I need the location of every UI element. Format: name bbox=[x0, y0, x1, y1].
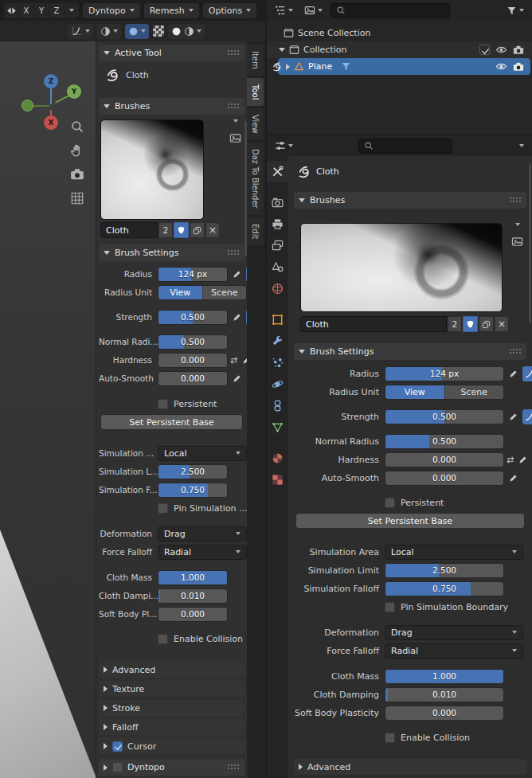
normal-radius-slider[interactable]: 0.500 bbox=[385, 434, 504, 449]
simulation-limit-slider[interactable]: 2.500 bbox=[385, 563, 504, 578]
outliner-filter-dropdown[interactable] bbox=[503, 3, 527, 18]
sidebar-tab-edit[interactable]: Edit bbox=[247, 217, 264, 245]
brushes-panel-header[interactable]: Brushes bbox=[294, 192, 526, 209]
camera-icon[interactable] bbox=[513, 45, 524, 56]
outliner-row-collection[interactable]: Collection bbox=[267, 41, 532, 58]
brush-settings-panel-header[interactable]: Brush Settings bbox=[99, 244, 244, 261]
panel-grip-handle[interactable] bbox=[228, 250, 240, 256]
simulation-falloff-slider[interactable]: 0.750 bbox=[385, 581, 504, 596]
strength-slider[interactable]: 0.500 bbox=[158, 310, 228, 325]
deformation-dropdown[interactable]: Drag bbox=[158, 526, 247, 541]
unlink-brush-button[interactable]: × bbox=[205, 222, 220, 238]
deformation-dropdown[interactable]: Drag bbox=[385, 625, 523, 640]
cloth-mass-slider[interactable]: 1.000 bbox=[158, 570, 228, 585]
dyntopo-checkbox[interactable] bbox=[112, 762, 123, 772]
persistent-checkbox[interactable] bbox=[158, 399, 168, 409]
fake-user-toggle[interactable] bbox=[174, 222, 189, 238]
properties-options-dropdown[interactable] bbox=[519, 144, 524, 147]
brush-select-dropdown[interactable] bbox=[233, 119, 238, 123]
active-tool-row[interactable]: Cloth bbox=[105, 65, 241, 85]
simulation-area-dropdown[interactable]: Local bbox=[385, 545, 523, 560]
pan-hand-icon[interactable] bbox=[70, 143, 84, 158]
pin-simulation-checkbox[interactable] bbox=[158, 503, 168, 514]
radius-slider[interactable]: 124 px bbox=[158, 267, 228, 282]
options-menu[interactable]: Options bbox=[203, 3, 256, 18]
collection-exclude-checkbox[interactable] bbox=[479, 45, 490, 55]
gizmo-z-axis[interactable]: Z bbox=[44, 74, 58, 88]
enable-collision-checkbox[interactable] bbox=[158, 634, 168, 644]
outliner-row-scene-collection[interactable]: Scene Collection bbox=[267, 25, 532, 41]
pressure-pen-toggle[interactable] bbox=[230, 310, 244, 325]
pressure-pen-toggle[interactable] bbox=[230, 267, 244, 282]
gizmo-y-axis[interactable]: Y bbox=[67, 84, 81, 99]
viewport-3d[interactable]: Z Y X bbox=[0, 41, 96, 778]
unlink-brush-button[interactable]: × bbox=[495, 316, 509, 332]
force-falloff-dropdown[interactable]: Radial bbox=[158, 545, 247, 560]
radius-unit-view-option[interactable]: View bbox=[158, 286, 202, 299]
symmetry-y-toggle[interactable]: Y bbox=[34, 3, 49, 18]
tab-modifier-properties[interactable] bbox=[267, 330, 288, 352]
properties-editor-type-dropdown[interactable] bbox=[272, 139, 296, 154]
outliner-editor-type-dropdown[interactable] bbox=[272, 3, 296, 18]
normal-radius-slider[interactable]: 0.500 bbox=[158, 334, 228, 350]
remesh-menu[interactable]: Remesh bbox=[144, 3, 199, 18]
properties-scrollbar[interactable] bbox=[529, 164, 531, 323]
duplicate-brush-button[interactable] bbox=[479, 316, 494, 332]
tab-particle-properties[interactable] bbox=[267, 352, 288, 373]
brush-preview-image[interactable] bbox=[100, 119, 204, 220]
advanced-subpanel-header[interactable]: Advanced bbox=[294, 759, 526, 775]
brush-texture-dropdown[interactable] bbox=[97, 24, 121, 39]
fake-user-toggle[interactable] bbox=[463, 316, 478, 332]
brush-image-icon[interactable] bbox=[229, 132, 241, 144]
set-persistent-base-button[interactable]: Set Persistent Base bbox=[295, 513, 525, 529]
pressure-pen-toggle[interactable] bbox=[507, 366, 520, 381]
sidebar-tab-tool[interactable]: Tool bbox=[247, 78, 264, 106]
cloth-damping-slider[interactable]: 0.010 bbox=[385, 687, 504, 702]
brush-preview-image[interactable] bbox=[300, 223, 503, 312]
simulation-falloff-slider[interactable]: 0.750 bbox=[158, 483, 228, 498]
persistent-checkbox[interactable] bbox=[385, 498, 395, 508]
soft-body-slider[interactable]: 0.000 bbox=[385, 706, 504, 721]
mask-texture-icon[interactable] bbox=[153, 25, 164, 37]
camera-view-icon[interactable] bbox=[70, 167, 84, 182]
stroke-sphere-dropdown[interactable] bbox=[125, 24, 149, 39]
brush-name-field[interactable]: Cloth bbox=[100, 222, 158, 238]
pin-simulation-checkbox[interactable] bbox=[385, 602, 395, 612]
tab-object-properties[interactable] bbox=[267, 309, 288, 330]
hardness-slider[interactable]: 0.000 bbox=[158, 353, 228, 368]
symmetry-x-toggle[interactable]: X bbox=[19, 3, 33, 18]
eye-icon[interactable] bbox=[495, 61, 507, 72]
falloff-curve-dropdown[interactable] bbox=[68, 24, 93, 39]
panel-grip-handle[interactable] bbox=[228, 104, 240, 109]
camera-icon[interactable] bbox=[513, 61, 524, 72]
brushes-panel-header[interactable]: Brushes bbox=[99, 98, 244, 115]
cloth-mass-slider[interactable]: 1.000 bbox=[385, 669, 504, 684]
radius-unit-scene-option[interactable]: Scene bbox=[444, 385, 504, 399]
eye-icon[interactable] bbox=[495, 44, 507, 56]
sidebar-tab-daz-to-blender[interactable]: Daz To Blender bbox=[247, 143, 264, 215]
tab-output-properties[interactable] bbox=[267, 213, 288, 235]
soft-body-slider[interactable]: 0.000 bbox=[158, 607, 228, 622]
brush-user-count[interactable]: 2 bbox=[158, 222, 173, 238]
panel-grip-handle[interactable] bbox=[228, 764, 240, 770]
cursor-subpanel-header[interactable]: Cursor bbox=[99, 738, 244, 754]
tab-world-properties[interactable] bbox=[267, 278, 288, 299]
cloth-damping-slider[interactable]: 0.010 bbox=[158, 588, 228, 604]
duplicate-brush-button[interactable] bbox=[190, 222, 205, 238]
outliner-display-mode-dropdown[interactable] bbox=[301, 3, 326, 18]
pressure-pen-toggle[interactable] bbox=[507, 471, 520, 486]
brush-name-field[interactable]: Cloth bbox=[300, 316, 447, 332]
pressure-pen-toggle[interactable] bbox=[516, 452, 530, 467]
zoom-tool-icon[interactable] bbox=[70, 119, 84, 134]
brush-image-icon[interactable] bbox=[511, 236, 523, 248]
properties-search-field[interactable] bbox=[358, 139, 452, 154]
unified-strength-toggle[interactable] bbox=[522, 409, 532, 424]
simulation-limit-slider[interactable]: 2.500 bbox=[158, 464, 228, 479]
dyntopo-panel-header[interactable]: Dyntopo bbox=[99, 759, 244, 776]
tab-object-data-properties[interactable] bbox=[267, 416, 288, 438]
force-falloff-dropdown[interactable]: Radial bbox=[385, 643, 523, 659]
tab-texture-properties[interactable] bbox=[267, 469, 288, 491]
dyntopo-menu[interactable]: Dyntopo bbox=[83, 3, 140, 18]
set-persistent-base-button[interactable]: Set Persistent Base bbox=[100, 414, 243, 430]
advanced-subpanel-header[interactable]: Advanced bbox=[99, 662, 244, 678]
